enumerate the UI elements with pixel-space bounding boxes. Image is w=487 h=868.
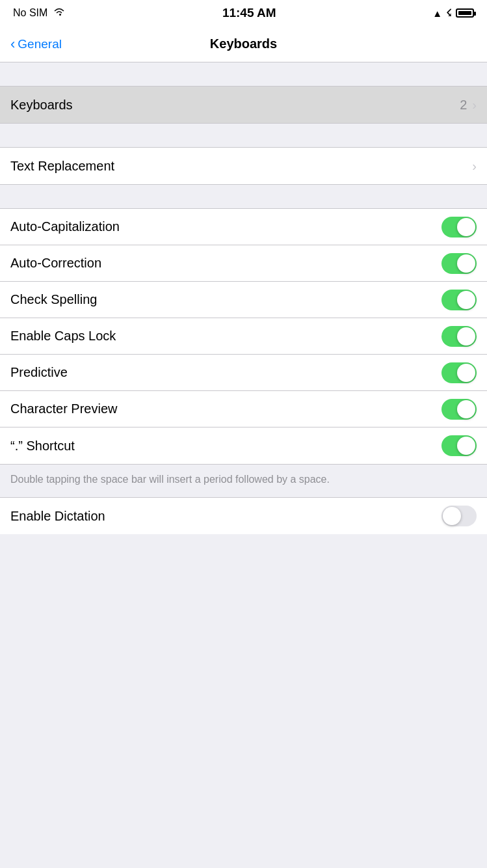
- predictive-row: Predictive: [0, 355, 487, 391]
- text-replacement-right: ›: [472, 159, 477, 174]
- nav-bar: ‹ General Keyboards: [0, 26, 487, 62]
- period-shortcut-toggle-knob: [457, 437, 475, 455]
- character-preview-label: Character Preview: [10, 401, 118, 416]
- text-replacement-section: Text Replacement ›: [0, 147, 487, 185]
- predictive-toggle-knob: [457, 364, 475, 382]
- check-spelling-toggle-knob: [457, 291, 475, 309]
- keyboards-right: 2 ›: [460, 98, 477, 113]
- character-preview-toggle-knob: [457, 400, 475, 418]
- auto-capitalization-toggle-knob: [457, 218, 475, 236]
- period-shortcut-toggle[interactable]: [441, 435, 477, 456]
- spacer-1: [0, 124, 487, 147]
- spacer-2: [0, 185, 487, 208]
- status-icons: ▲ ☇: [432, 7, 474, 19]
- dictation-section: Enable Dictation: [0, 497, 487, 534]
- enable-caps-lock-toggle[interactable]: [441, 326, 477, 347]
- location-icon: ▲: [432, 8, 442, 19]
- keyboards-section: Keyboards 2 ›: [0, 86, 487, 124]
- auto-correction-row: Auto-Correction: [0, 245, 487, 282]
- wifi-icon: [53, 7, 66, 20]
- enable-caps-lock-row: Enable Caps Lock: [0, 318, 487, 355]
- keyboards-chevron-icon: ›: [472, 98, 477, 113]
- footer-text: Double tapping the space bar will insert…: [10, 474, 330, 485]
- status-carrier: No SIM: [13, 7, 66, 20]
- back-chevron-icon: ‹: [10, 36, 15, 53]
- predictive-toggle[interactable]: [441, 362, 477, 383]
- back-button[interactable]: ‹ General: [10, 36, 62, 53]
- enable-caps-lock-toggle-knob: [457, 327, 475, 346]
- auto-capitalization-toggle[interactable]: [441, 217, 477, 237]
- toggles-section: Auto-Capitalization Auto-Correction Chec…: [0, 208, 487, 465]
- auto-capitalization-row: Auto-Capitalization: [0, 209, 487, 245]
- predictive-label: Predictive: [10, 365, 68, 380]
- enable-dictation-row: Enable Dictation: [0, 498, 487, 534]
- status-bar: No SIM 11:45 AM ▲ ☇: [0, 0, 487, 26]
- text-replacement-label: Text Replacement: [10, 159, 114, 174]
- auto-correction-label: Auto-Correction: [10, 256, 101, 271]
- enable-dictation-label: Enable Dictation: [10, 509, 105, 524]
- page-title: Keyboards: [210, 36, 277, 51]
- battery-icon: [456, 8, 474, 18]
- enable-dictation-toggle-knob: [443, 507, 461, 525]
- check-spelling-toggle[interactable]: [441, 290, 477, 310]
- back-label: General: [18, 37, 62, 51]
- check-spelling-row: Check Spelling: [0, 282, 487, 318]
- period-shortcut-footer: Double tapping the space bar will insert…: [0, 465, 487, 497]
- carrier-text: No SIM: [13, 7, 47, 19]
- bluetooth-icon: ☇: [446, 7, 452, 19]
- check-spelling-label: Check Spelling: [10, 292, 97, 307]
- period-shortcut-row: “.” Shortcut: [0, 427, 487, 464]
- top-spacer: [0, 62, 487, 86]
- status-time: 11:45 AM: [222, 6, 276, 20]
- text-replacement-row[interactable]: Text Replacement ›: [0, 148, 487, 184]
- keyboards-count: 2: [460, 98, 467, 113]
- character-preview-toggle[interactable]: [441, 399, 477, 420]
- keyboards-row[interactable]: Keyboards 2 ›: [0, 87, 487, 123]
- text-replacement-chevron-icon: ›: [472, 159, 477, 174]
- auto-correction-toggle-knob: [457, 254, 475, 273]
- character-preview-row: Character Preview: [0, 391, 487, 427]
- enable-dictation-toggle[interactable]: [441, 506, 477, 526]
- auto-correction-toggle[interactable]: [441, 253, 477, 274]
- auto-capitalization-label: Auto-Capitalization: [10, 219, 120, 234]
- enable-caps-lock-label: Enable Caps Lock: [10, 329, 116, 344]
- period-shortcut-label: “.” Shortcut: [10, 439, 75, 454]
- keyboards-label: Keyboards: [10, 98, 73, 113]
